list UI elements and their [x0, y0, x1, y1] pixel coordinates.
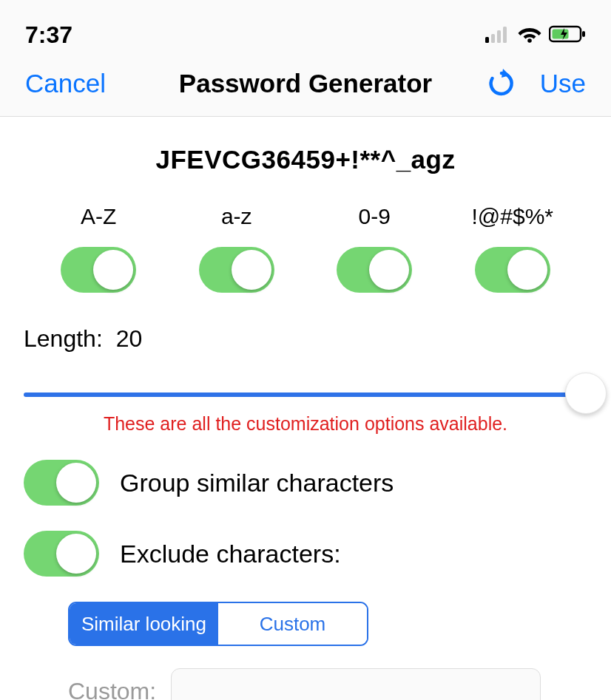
char-class-digits: 0-9 — [315, 204, 433, 293]
status-indicators — [485, 21, 586, 49]
svg-rect-0 — [485, 37, 489, 43]
refresh-icon — [487, 69, 516, 98]
char-class-label: 0-9 — [359, 204, 391, 229]
battery-icon — [549, 21, 586, 49]
toggle-lowercase[interactable] — [199, 247, 274, 293]
custom-row: Custom: — [0, 646, 611, 700]
nav-bar: Cancel Password Generator Use — [0, 63, 611, 117]
wifi-icon — [518, 21, 541, 49]
svg-point-4 — [527, 38, 532, 43]
length-row: Length: 20 — [0, 293, 611, 353]
exclude-segmented: Similar looking Custom — [68, 602, 368, 646]
cellular-icon — [485, 21, 510, 49]
char-class-label: !@#$%* — [471, 204, 553, 229]
main-content: JFEVCG36459+!**^_agz A-Z a-z 0-9 !@#$%* … — [0, 117, 611, 700]
char-class-symbols: !@#$%* — [453, 204, 572, 293]
option-group-similar: Group similar characters — [0, 435, 611, 506]
toggle-group-similar[interactable] — [24, 460, 99, 506]
slider-track — [24, 393, 587, 397]
char-class-label: a-z — [221, 204, 252, 229]
option-label: Exclude characters: — [120, 540, 341, 568]
toggle-digits[interactable] — [337, 247, 412, 293]
char-class-lowercase: a-z — [178, 204, 296, 293]
segment-custom[interactable]: Custom — [218, 603, 367, 645]
toggle-symbols[interactable] — [475, 247, 550, 293]
length-value: 20 — [116, 325, 143, 353]
status-time: 7:37 — [25, 21, 72, 49]
page-title: Password Generator — [144, 69, 467, 98]
slider-thumb[interactable] — [565, 373, 607, 414]
cancel-button[interactable]: Cancel — [25, 69, 106, 98]
svg-rect-3 — [503, 27, 507, 43]
length-slider[interactable] — [24, 375, 587, 419]
char-class-label: A-Z — [81, 204, 116, 229]
custom-label: Custom: — [68, 678, 156, 701]
svg-rect-2 — [497, 30, 501, 43]
length-label: Length: — [24, 325, 103, 353]
use-button[interactable]: Use — [540, 69, 586, 98]
custom-input[interactable] — [171, 668, 541, 700]
option-label: Group similar characters — [120, 469, 394, 497]
toggle-exclude-chars[interactable] — [24, 531, 99, 577]
toggle-uppercase[interactable] — [61, 247, 136, 293]
segment-similar-looking[interactable]: Similar looking — [70, 603, 218, 645]
svg-rect-7 — [582, 31, 585, 37]
status-bar: 7:37 — [0, 0, 611, 63]
option-exclude-chars: Exclude characters: — [0, 506, 611, 577]
exclude-segmented-wrap: Similar looking Custom — [0, 577, 611, 646]
generated-password: JFEVCG36459+!**^_agz — [0, 145, 611, 174]
refresh-button[interactable] — [487, 69, 516, 98]
svg-rect-1 — [491, 34, 495, 43]
char-class-row: A-Z a-z 0-9 !@#$%* — [0, 174, 611, 293]
char-class-uppercase: A-Z — [39, 204, 158, 293]
